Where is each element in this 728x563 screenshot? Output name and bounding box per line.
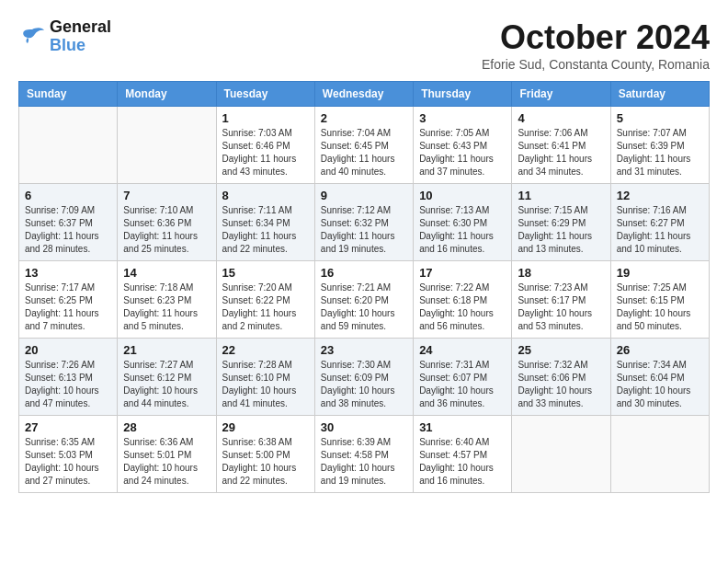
calendar-week-row: 27Sunrise: 6:35 AM Sunset: 5:03 PM Dayli… [19, 416, 710, 493]
day-number: 18 [518, 266, 604, 280]
day-number: 23 [321, 343, 407, 357]
day-info: Sunrise: 7:17 AM Sunset: 6:25 PM Dayligh… [25, 282, 111, 333]
day-info: Sunrise: 7:16 AM Sunset: 6:27 PM Dayligh… [617, 204, 703, 256]
day-number: 27 [25, 420, 111, 434]
day-number: 26 [617, 343, 703, 357]
day-number: 21 [123, 343, 210, 357]
day-number: 20 [25, 343, 111, 357]
day-number: 16 [321, 266, 407, 280]
calendar-cell: 26Sunrise: 7:34 AM Sunset: 6:04 PM Dayli… [610, 339, 709, 416]
calendar-cell: 23Sunrise: 7:30 AM Sunset: 6:09 PM Dayli… [314, 339, 413, 416]
day-info: Sunrise: 7:06 AM Sunset: 6:41 PM Dayligh… [518, 127, 604, 178]
location: Eforie Sud, Constanta County, Romania [482, 57, 710, 72]
calendar-cell: 8Sunrise: 7:11 AM Sunset: 6:34 PM Daylig… [216, 184, 314, 261]
calendar-cell: 28Sunrise: 6:36 AM Sunset: 5:01 PM Dayli… [118, 416, 216, 493]
calendar-cell: 24Sunrise: 7:31 AM Sunset: 6:07 PM Dayli… [414, 339, 512, 416]
calendar-cell: 18Sunrise: 7:23 AM Sunset: 6:17 PM Dayli… [512, 261, 610, 339]
calendar-cell: 7Sunrise: 7:10 AM Sunset: 6:36 PM Daylig… [118, 184, 216, 261]
logo: General Blue [18, 18, 111, 55]
weekday-header-tuesday: Tuesday [216, 82, 314, 107]
calendar-cell: 15Sunrise: 7:20 AM Sunset: 6:22 PM Dayli… [216, 261, 314, 339]
weekday-header-wednesday: Wednesday [314, 82, 413, 107]
day-number: 6 [25, 189, 111, 202]
day-info: Sunrise: 7:10 AM Sunset: 6:36 PM Dayligh… [123, 204, 210, 256]
calendar-cell: 19Sunrise: 7:25 AM Sunset: 6:15 PM Dayli… [610, 261, 709, 339]
logo-text: General Blue [50, 18, 111, 55]
calendar-cell: 4Sunrise: 7:06 AM Sunset: 6:41 PM Daylig… [512, 107, 610, 184]
day-info: Sunrise: 7:15 AM Sunset: 6:29 PM Dayligh… [518, 204, 604, 256]
day-info: Sunrise: 7:09 AM Sunset: 6:37 PM Dayligh… [25, 204, 111, 256]
day-number: 10 [419, 189, 506, 202]
day-info: Sunrise: 7:31 AM Sunset: 6:07 PM Dayligh… [419, 359, 506, 410]
calendar-cell [512, 416, 610, 493]
day-info: Sunrise: 7:34 AM Sunset: 6:04 PM Dayligh… [617, 359, 703, 410]
day-number: 15 [222, 266, 309, 280]
calendar-cell: 13Sunrise: 7:17 AM Sunset: 6:25 PM Dayli… [19, 261, 118, 339]
day-info: Sunrise: 7:21 AM Sunset: 6:20 PM Dayligh… [321, 282, 407, 333]
calendar-week-row: 13Sunrise: 7:17 AM Sunset: 6:25 PM Dayli… [19, 261, 710, 339]
day-info: Sunrise: 7:18 AM Sunset: 6:23 PM Dayligh… [123, 282, 210, 333]
calendar-cell: 1Sunrise: 7:03 AM Sunset: 6:46 PM Daylig… [216, 107, 314, 184]
day-info: Sunrise: 7:23 AM Sunset: 6:17 PM Dayligh… [518, 282, 604, 333]
weekday-header-saturday: Saturday [610, 82, 709, 107]
calendar-cell: 20Sunrise: 7:26 AM Sunset: 6:13 PM Dayli… [19, 339, 118, 416]
day-info: Sunrise: 7:26 AM Sunset: 6:13 PM Dayligh… [25, 359, 111, 410]
day-number: 28 [123, 420, 210, 434]
day-number: 3 [419, 111, 506, 125]
day-info: Sunrise: 6:36 AM Sunset: 5:01 PM Dayligh… [123, 436, 210, 488]
day-info: Sunrise: 6:38 AM Sunset: 5:00 PM Dayligh… [222, 436, 309, 488]
day-number: 9 [321, 189, 407, 202]
day-number: 30 [321, 420, 407, 434]
day-number: 25 [518, 343, 604, 357]
day-info: Sunrise: 6:35 AM Sunset: 5:03 PM Dayligh… [25, 436, 111, 488]
day-info: Sunrise: 7:11 AM Sunset: 6:34 PM Dayligh… [222, 204, 309, 256]
title-block: October 2024 Eforie Sud, Constanta Count… [482, 18, 710, 72]
day-info: Sunrise: 6:40 AM Sunset: 4:57 PM Dayligh… [419, 436, 506, 488]
day-info: Sunrise: 7:13 AM Sunset: 6:30 PM Dayligh… [419, 204, 506, 256]
day-number: 12 [617, 189, 703, 202]
day-number: 17 [419, 266, 506, 280]
page-header: General Blue October 2024 Eforie Sud, Co… [18, 18, 710, 72]
calendar-cell: 25Sunrise: 7:32 AM Sunset: 6:06 PM Dayli… [512, 339, 610, 416]
day-number: 29 [222, 420, 309, 434]
day-number: 13 [25, 266, 111, 280]
calendar-cell: 6Sunrise: 7:09 AM Sunset: 6:37 PM Daylig… [19, 184, 118, 261]
day-number: 31 [419, 420, 506, 434]
month-title: October 2024 [482, 18, 710, 57]
calendar-cell: 14Sunrise: 7:18 AM Sunset: 6:23 PM Dayli… [118, 261, 216, 339]
calendar-cell [19, 107, 118, 184]
calendar-table: SundayMondayTuesdayWednesdayThursdayFrid… [18, 81, 710, 493]
day-number: 19 [617, 266, 703, 280]
day-number: 8 [222, 189, 309, 202]
calendar-cell: 21Sunrise: 7:27 AM Sunset: 6:12 PM Dayli… [118, 339, 216, 416]
day-number: 2 [321, 111, 407, 125]
calendar-cell: 31Sunrise: 6:40 AM Sunset: 4:57 PM Dayli… [414, 416, 512, 493]
day-info: Sunrise: 7:12 AM Sunset: 6:32 PM Dayligh… [321, 204, 407, 256]
calendar-cell: 12Sunrise: 7:16 AM Sunset: 6:27 PM Dayli… [610, 184, 709, 261]
day-info: Sunrise: 7:27 AM Sunset: 6:12 PM Dayligh… [123, 359, 210, 410]
calendar-cell: 30Sunrise: 6:39 AM Sunset: 4:58 PM Dayli… [314, 416, 413, 493]
day-number: 11 [518, 189, 604, 202]
calendar-cell: 10Sunrise: 7:13 AM Sunset: 6:30 PM Dayli… [414, 184, 512, 261]
calendar-cell: 27Sunrise: 6:35 AM Sunset: 5:03 PM Dayli… [19, 416, 118, 493]
day-number: 7 [123, 189, 210, 202]
weekday-header-row: SundayMondayTuesdayWednesdayThursdayFrid… [19, 82, 710, 107]
day-info: Sunrise: 6:39 AM Sunset: 4:58 PM Dayligh… [321, 436, 407, 488]
day-number: 5 [617, 111, 703, 125]
day-info: Sunrise: 7:04 AM Sunset: 6:45 PM Dayligh… [321, 127, 407, 178]
day-number: 4 [518, 111, 604, 125]
day-info: Sunrise: 7:03 AM Sunset: 6:46 PM Dayligh… [222, 127, 309, 178]
calendar-cell: 2Sunrise: 7:04 AM Sunset: 6:45 PM Daylig… [314, 107, 413, 184]
calendar-week-row: 6Sunrise: 7:09 AM Sunset: 6:37 PM Daylig… [19, 184, 710, 261]
weekday-header-friday: Friday [512, 82, 610, 107]
day-info: Sunrise: 7:07 AM Sunset: 6:39 PM Dayligh… [617, 127, 703, 178]
logo-icon [18, 26, 46, 48]
calendar-cell: 5Sunrise: 7:07 AM Sunset: 6:39 PM Daylig… [610, 107, 709, 184]
calendar-cell: 3Sunrise: 7:05 AM Sunset: 6:43 PM Daylig… [414, 107, 512, 184]
day-info: Sunrise: 7:30 AM Sunset: 6:09 PM Dayligh… [321, 359, 407, 410]
day-number: 22 [222, 343, 309, 357]
calendar-cell: 22Sunrise: 7:28 AM Sunset: 6:10 PM Dayli… [216, 339, 314, 416]
calendar-cell [610, 416, 709, 493]
calendar-week-row: 1Sunrise: 7:03 AM Sunset: 6:46 PM Daylig… [19, 107, 710, 184]
calendar-cell: 11Sunrise: 7:15 AM Sunset: 6:29 PM Dayli… [512, 184, 610, 261]
